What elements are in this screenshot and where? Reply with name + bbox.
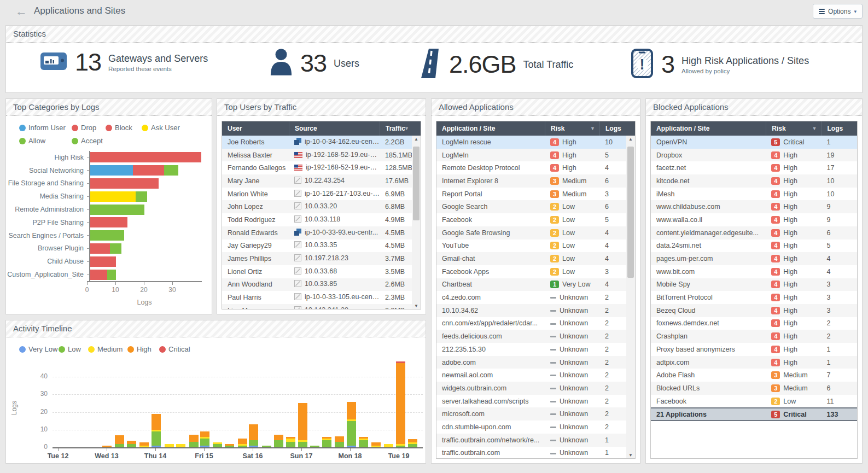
legend-item[interactable]: Accept [72,137,106,145]
bar-segment[interactable] [127,444,136,447]
bar-segment[interactable] [274,435,283,440]
bar-segment[interactable] [225,446,234,447]
timeline-bar[interactable] [127,441,136,447]
table-row[interactable]: adtpix.com 4High 1 [651,356,857,369]
table-row[interactable]: LogMeIn rescue 4High 10 [436,136,635,149]
timeline-bar[interactable] [115,435,124,447]
table-row[interactable]: server.talkahead.com/scripts Unknown 2 [436,395,635,408]
legend-item[interactable]: Medium [88,345,127,353]
legend-item[interactable]: Low [59,345,88,353]
table-row[interactable]: Adobe Flash 3Medium 7 [651,369,857,382]
bar-segment[interactable] [359,440,368,447]
bar-segment[interactable] [152,446,161,447]
table-row[interactable]: microsoft.com Unknown 2 [436,407,635,421]
bar-segment[interactable] [384,444,393,447]
legend-item[interactable]: Drop [72,124,106,132]
bar-segment[interactable] [90,165,133,176]
timeline-bar[interactable] [139,442,149,447]
table-row[interactable]: traffic.outbrain.com Unknown 1 [436,447,635,459]
table-row[interactable]: Todd Rodriguez 10.0.33.118 4.9MB [222,213,421,226]
bar-segment[interactable] [274,440,283,447]
table-row[interactable]: Google Safe Browsing 2Low 4 [436,226,635,240]
timeline-bar[interactable] [189,435,199,447]
table-row[interactable]: James Phillips 10.197.218.23 3.7MB [222,252,421,265]
bar-segment[interactable] [90,270,107,280]
bar-segment[interactable] [249,446,258,447]
table-row[interactable]: Dropbox 4High 19 [651,149,857,162]
options-button[interactable]: Options ▾ [813,4,863,19]
table-row[interactable]: www.bit.com 4High 4 [651,265,857,278]
table-row[interactable]: Mobile Spy 4High 3 [651,278,857,291]
timeline-bar[interactable] [262,446,271,447]
table-row[interactable]: Internet Explorer 8 3Medium 6 [436,174,635,188]
bar-segment[interactable] [189,442,199,447]
table-row[interactable]: Melissa Baxter ip-192-168-52-19.eu-ce...… [222,149,421,162]
table-row[interactable]: Crashplan 4High 2 [651,330,857,343]
bar-segment[interactable] [133,165,164,176]
table-row[interactable]: Google Search 2Low 6 [436,200,635,213]
table-row[interactable]: 10.10.34.62 Unknown 2 [436,304,635,317]
table-row[interactable]: www.childabuse.com 4High 9 [651,200,857,213]
bar-segment[interactable] [90,178,159,189]
bar-segment[interactable] [396,363,405,444]
table-row[interactable]: YouTube 2Low 4 [436,240,635,253]
bar-segment[interactable] [347,446,356,447]
table-row[interactable]: pages.um-per.com 4High 4 [651,252,857,265]
timeline-bar[interactable] [200,431,209,447]
table-row[interactable]: feeds.delicious.com Unknown 2 [436,330,635,343]
table-row[interactable]: cdn.stumble-upon.com Unknown 2 [436,421,635,434]
bar-segment[interactable] [298,442,307,447]
bar-segment[interactable] [90,256,116,267]
bar-segment[interactable] [347,421,356,446]
timeline-bar[interactable] [238,439,247,447]
table-row[interactable]: Blocked URLs 3Medium 6 [651,382,857,395]
bar-segment[interactable] [115,444,124,447]
column-header[interactable]: Logs [599,121,627,136]
bar-segment[interactable] [90,243,110,254]
table-row[interactable]: newmail.aol.com Unknown 2 [436,369,635,382]
table-row[interactable]: adobe.com Unknown 2 [436,356,635,369]
timeline-bar[interactable] [347,402,356,447]
summary-row[interactable]: 21 Applications 5Critical 133 [651,407,857,421]
timeline-bar[interactable] [384,444,393,447]
table-row[interactable]: Facebook 2Low 5 [436,213,635,226]
timeline-bar[interactable] [152,414,161,447]
table-row[interactable]: Lisa Moore 10.143.241.28 2.3MB [222,304,421,310]
bar-segment[interactable] [249,440,258,446]
bar-segment[interactable] [164,165,178,176]
scroll-up-icon[interactable]: ▲ [412,136,421,143]
bar-segment[interactable] [213,444,222,447]
table-row[interactable]: widgets.outbrain.com Unknown 2 [436,382,635,395]
column-header[interactable]: Traffic▼ [380,121,413,136]
column-header[interactable]: Application / Site [651,121,766,136]
scrollbar[interactable]: ▲ ▼ [412,136,421,310]
column-header[interactable]: Risk▼ [545,121,599,136]
bar-segment[interactable] [152,414,161,430]
table-row[interactable]: Gmail-chat 2Low 4 [436,252,635,265]
legend-item[interactable]: High [127,345,159,353]
timeline-bar[interactable] [396,361,405,447]
legend-item[interactable]: Critical [159,345,199,353]
scrollbar-thumb[interactable] [627,147,634,278]
bar-segment[interactable] [90,205,144,215]
table-row[interactable]: traffic.outbrain.com/network/re... Unkno… [436,434,635,447]
table-row[interactable]: Lionel Ortiz 10.0.33.68 3.5MB [222,265,421,278]
bar-segment[interactable] [115,435,124,444]
table-row[interactable]: Jay Gariepy29 10.0.33.35 4.5MB [222,240,421,253]
bar-segment[interactable] [139,446,149,447]
bar-segment[interactable] [90,191,136,202]
timeline-bar[interactable] [225,444,234,447]
bar-segment[interactable] [136,191,147,202]
column-header[interactable]: Risk▼ [766,121,821,136]
bar-segment[interactable] [249,424,258,440]
table-row[interactable]: Proxy based anonymizers 4High 1 [651,343,857,356]
bar-segment[interactable] [408,444,417,447]
bar-segment[interactable] [238,439,247,444]
bar-segment[interactable] [102,446,112,447]
table-row[interactable]: Ronald Edwards ip-10-0-33-93.eu-centr...… [222,226,421,240]
bar-segment[interactable] [200,439,209,446]
timeline-bar[interactable] [213,442,222,447]
timeline-bar[interactable] [298,403,307,447]
timeline-bar[interactable] [359,437,368,447]
table-row[interactable]: 212.235.15.30 Unknown 2 [436,343,635,356]
